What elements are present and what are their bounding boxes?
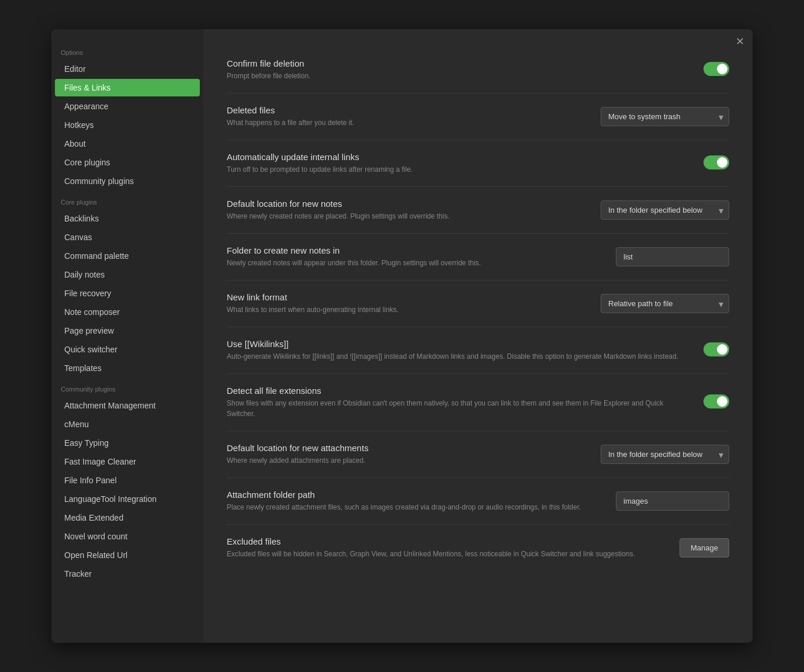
attachment-folder-path-row: Attachment folder path Place newly creat… <box>227 478 729 525</box>
sidebar-item-files-links[interactable]: Files & Links <box>55 79 200 96</box>
sidebar-item-easy-typing[interactable]: Easy Typing <box>55 434 200 452</box>
excluded-files-control: Manage <box>680 538 729 557</box>
default-location-notes-dropdown[interactable]: In the folder specified below Vault fold… <box>601 200 729 220</box>
attachment-folder-path-info: Attachment folder path Place newly creat… <box>227 490 604 512</box>
sidebar-item-page-preview[interactable]: Page preview <box>55 322 200 340</box>
default-location-notes-control: In the folder specified below Vault fold… <box>601 200 729 220</box>
default-location-attachments-title: Default location for new attachments <box>227 443 589 453</box>
confirm-deletion-title: Confirm file deletion <box>227 58 692 68</box>
settings-modal: ✕ Options Editor Files & Links Appearanc… <box>51 29 753 643</box>
default-location-notes-dropdown-wrapper: In the folder specified below Vault fold… <box>601 200 729 220</box>
excluded-files-row: Excluded files Excluded files will be hi… <box>227 525 729 571</box>
sidebar-item-community-plugins[interactable]: Community plugins <box>55 172 200 190</box>
auto-update-links-info: Automatically update internal links Turn… <box>227 152 692 175</box>
detect-extensions-desc: Show files with any extension even if Ob… <box>227 398 692 419</box>
default-location-notes-row: Default location for new notes Where new… <box>227 187 729 234</box>
sidebar-item-file-info-panel[interactable]: File Info Panel <box>55 472 200 489</box>
use-wikilinks-title: Use [[Wikilinks]] <box>227 339 692 349</box>
sidebar-item-daily-notes[interactable]: Daily notes <box>55 266 200 283</box>
default-location-notes-info: Default location for new notes Where new… <box>227 199 589 221</box>
deleted-files-dropdown[interactable]: Move to system trash Move to Obsidian tr… <box>601 107 729 126</box>
default-location-attachments-info: Default location for new attachments Whe… <box>227 443 589 466</box>
sidebar-item-attachment-management[interactable]: Attachment Management <box>55 397 200 414</box>
detect-extensions-info: Detect all file extensions Show files wi… <box>227 386 692 419</box>
deleted-files-desc: What happens to a file after you delete … <box>227 117 589 128</box>
close-button[interactable]: ✕ <box>736 36 744 47</box>
default-location-attachments-control: In the folder specified below Vault fold… <box>601 445 729 464</box>
sidebar-item-fast-image-cleaner[interactable]: Fast Image Cleaner <box>55 453 200 470</box>
sidebar-item-cmenu[interactable]: cMenu <box>55 415 200 433</box>
sidebar-item-appearance[interactable]: Appearance <box>55 98 200 115</box>
sidebar-item-media-extended[interactable]: Media Extended <box>55 509 200 526</box>
deleted-files-dropdown-wrapper: Move to system trash Move to Obsidian tr… <box>601 107 729 126</box>
sidebar-item-backlinks[interactable]: Backlinks <box>55 210 200 227</box>
new-link-format-dropdown-wrapper: Relative path to file Absolute path in v… <box>601 294 729 313</box>
deleted-files-title: Deleted files <box>227 105 589 115</box>
attachment-folder-path-input[interactable] <box>616 491 729 511</box>
core-plugins-section-label: Core plugins <box>51 190 203 209</box>
sidebar-item-novel-word-count[interactable]: Novel word count <box>55 528 200 545</box>
sidebar-item-languagetool-integration[interactable]: LanguageTool Integration <box>55 490 200 508</box>
excluded-files-title: Excluded files <box>227 536 668 546</box>
deleted-files-control: Move to system trash Move to Obsidian tr… <box>601 107 729 126</box>
folder-new-notes-row: Folder to create new notes in Newly crea… <box>227 234 729 280</box>
attachment-folder-path-title: Attachment folder path <box>227 490 604 500</box>
default-location-notes-title: Default location for new notes <box>227 199 589 209</box>
deleted-files-info: Deleted files What happens to a file aft… <box>227 105 589 128</box>
default-location-attachments-row: Default location for new attachments Whe… <box>227 431 729 478</box>
default-location-attachments-dropdown[interactable]: In the folder specified below Vault fold… <box>601 445 729 464</box>
main-content: Confirm file deletion Prompt before file… <box>203 29 753 643</box>
detect-extensions-row: Detect all file extensions Show files wi… <box>227 374 729 431</box>
confirm-deletion-info: Confirm file deletion Prompt before file… <box>227 58 692 81</box>
attachment-folder-path-control <box>616 491 729 511</box>
detect-extensions-title: Detect all file extensions <box>227 386 692 396</box>
new-link-format-dropdown[interactable]: Relative path to file Absolute path in v… <box>601 294 729 313</box>
detect-extensions-control <box>704 394 729 411</box>
use-wikilinks-row: Use [[Wikilinks]] Auto-generate Wikilink… <box>227 327 729 374</box>
new-link-format-info: New link format What links to insert whe… <box>227 292 589 315</box>
new-link-format-title: New link format <box>227 292 589 302</box>
sidebar-item-quick-switcher[interactable]: Quick switcher <box>55 341 200 358</box>
sidebar-item-note-composer[interactable]: Note composer <box>55 303 200 321</box>
attachment-folder-path-desc: Place newly created attachment files, su… <box>227 502 604 512</box>
new-link-format-row: New link format What links to insert whe… <box>227 280 729 327</box>
default-location-attachments-desc: Where newly added attachments are placed… <box>227 455 589 466</box>
sidebar-item-about[interactable]: About <box>55 135 200 153</box>
auto-update-links-row: Automatically update internal links Turn… <box>227 140 729 187</box>
sidebar-item-core-plugins[interactable]: Core plugins <box>55 154 200 171</box>
manage-button[interactable]: Manage <box>680 538 729 557</box>
confirm-deletion-control <box>704 62 729 78</box>
sidebar-item-file-recovery[interactable]: File recovery <box>55 285 200 302</box>
default-location-notes-desc: Where newly created notes are placed. Pl… <box>227 211 589 221</box>
excluded-files-info: Excluded files Excluded files will be hi… <box>227 536 668 559</box>
sidebar-item-tracker[interactable]: Tracker <box>55 565 200 583</box>
use-wikilinks-toggle[interactable] <box>704 342 729 356</box>
deleted-files-row: Deleted files What happens to a file aft… <box>227 93 729 140</box>
use-wikilinks-control <box>704 342 729 359</box>
new-link-format-control: Relative path to file Absolute path in v… <box>601 294 729 313</box>
folder-new-notes-control <box>616 247 729 266</box>
confirm-deletion-row: Confirm file deletion Prompt before file… <box>227 47 729 93</box>
confirm-deletion-toggle[interactable] <box>704 62 729 76</box>
folder-new-notes-title: Folder to create new notes in <box>227 245 604 255</box>
folder-new-notes-input[interactable] <box>616 247 729 266</box>
use-wikilinks-desc: Auto-generate Wikilinks for [[links]] an… <box>227 351 692 362</box>
auto-update-links-toggle[interactable] <box>704 155 729 169</box>
default-location-attachments-dropdown-wrapper: In the folder specified below Vault fold… <box>601 445 729 464</box>
folder-new-notes-desc: Newly created notes will appear under th… <box>227 258 604 268</box>
sidebar-item-templates[interactable]: Templates <box>55 359 200 377</box>
sidebar-item-command-palette[interactable]: Command palette <box>55 247 200 265</box>
new-link-format-desc: What links to insert when auto-generatin… <box>227 304 589 315</box>
auto-update-links-control <box>704 155 729 172</box>
detect-extensions-toggle[interactable] <box>704 394 729 408</box>
community-plugins-section-label: Community plugins <box>51 377 203 396</box>
use-wikilinks-info: Use [[Wikilinks]] Auto-generate Wikilink… <box>227 339 692 362</box>
folder-new-notes-info: Folder to create new notes in Newly crea… <box>227 245 604 268</box>
sidebar-item-editor[interactable]: Editor <box>55 60 200 78</box>
sidebar-item-canvas[interactable]: Canvas <box>55 228 200 246</box>
options-section-label: Options <box>51 41 203 60</box>
sidebar-item-open-related-url[interactable]: Open Related Url <box>55 546 200 564</box>
confirm-deletion-desc: Prompt before file deletion. <box>227 71 692 81</box>
sidebar-item-hotkeys[interactable]: Hotkeys <box>55 116 200 134</box>
auto-update-links-title: Automatically update internal links <box>227 152 692 162</box>
